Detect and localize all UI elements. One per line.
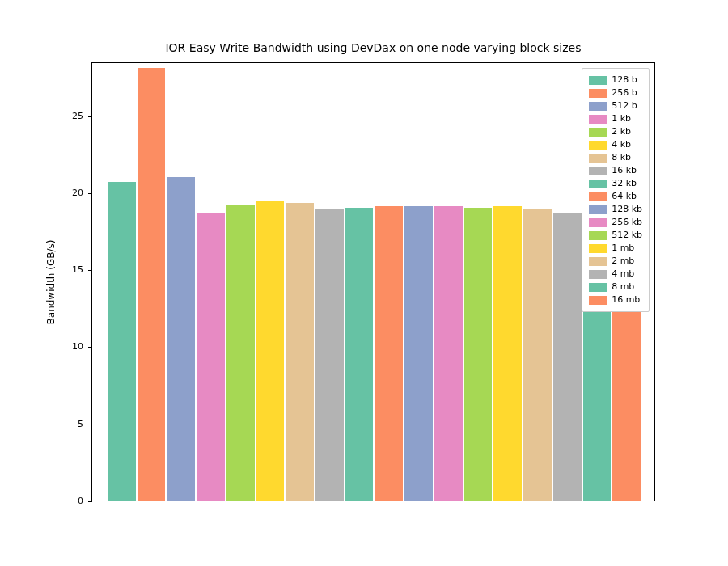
legend-label: 4 kb <box>612 138 631 151</box>
legend-label: 256 b <box>612 87 637 99</box>
bar <box>493 206 522 501</box>
bar <box>256 201 285 501</box>
legend-label: 512 b <box>612 99 637 112</box>
legend-label: 16 kb <box>612 164 637 177</box>
legend-swatch <box>589 128 607 137</box>
legend-swatch <box>589 283 607 292</box>
legend-entry: 2 mb <box>589 255 642 268</box>
legend-entry: 8 kb <box>589 151 642 164</box>
legend-swatch <box>589 76 607 85</box>
y-tick: 25 <box>83 116 91 117</box>
legend-label: 8 kb <box>612 151 631 164</box>
tick-mark <box>88 270 92 271</box>
legend-label: 4 mb <box>612 268 634 281</box>
bar <box>197 213 225 501</box>
y-tick-label: 15 <box>72 264 83 275</box>
legend-label: 1 mb <box>612 242 634 255</box>
bars-layer <box>92 61 656 501</box>
legend-swatch <box>589 102 607 111</box>
legend-entry: 128 b <box>589 74 642 87</box>
legend-swatch <box>589 141 607 150</box>
legend-entry: 256 b <box>589 87 642 99</box>
legend-swatch <box>589 231 607 240</box>
y-tick-label: 5 <box>78 419 83 429</box>
bar <box>464 208 493 501</box>
legend-swatch <box>589 205 607 214</box>
bar <box>553 213 582 501</box>
legend-label: 1 kb <box>612 112 631 125</box>
legend-label: 32 kb <box>612 177 637 190</box>
legend-swatch <box>589 115 607 124</box>
legend-label: 16 mb <box>612 294 640 306</box>
legend-entry: 512 kb <box>589 229 642 242</box>
legend-entry: 1 kb <box>589 112 642 125</box>
y-tick-label: 20 <box>72 188 83 198</box>
legend-swatch <box>589 270 607 279</box>
chart-title: IOR Easy Write Bandwidth using DevDax on… <box>91 41 655 54</box>
tick-mark <box>88 424 92 425</box>
legend-label: 2 mb <box>612 255 634 268</box>
bar <box>315 209 344 501</box>
bar <box>523 209 552 501</box>
tick-mark <box>88 501 92 502</box>
bar <box>108 182 136 501</box>
legend-entry: 256 kb <box>589 216 642 229</box>
y-tick-label: 25 <box>72 111 83 121</box>
y-tick: 15 <box>83 270 91 271</box>
legend-label: 512 kb <box>612 229 642 242</box>
legend-label: 8 mb <box>612 281 634 294</box>
y-tick: 0 <box>83 501 91 502</box>
chart-container: IOR Easy Write Bandwidth using DevDax on… <box>91 62 655 501</box>
legend-swatch <box>589 154 607 163</box>
legend-entry: 64 kb <box>589 190 642 203</box>
bar <box>138 68 166 501</box>
legend-swatch <box>589 257 607 266</box>
legend-swatch <box>589 89 607 98</box>
legend-entry: 8 mb <box>589 281 642 294</box>
tick-mark <box>88 116 92 117</box>
tick-mark <box>88 347 92 348</box>
y-axis-label: Bandwidth (GB/s) <box>45 239 57 324</box>
bar <box>167 177 195 501</box>
y-tick-label: 10 <box>72 341 83 352</box>
bar <box>286 203 314 501</box>
legend-entry: 128 kb <box>589 203 642 216</box>
legend-label: 128 kb <box>612 203 642 216</box>
bar <box>375 206 404 501</box>
legend-entry: 4 mb <box>589 268 642 281</box>
legend-entry: 16 mb <box>589 294 642 306</box>
legend: 128 b256 b512 b1 kb2 kb4 kb8 kb16 kb32 k… <box>582 68 650 312</box>
tick-mark <box>88 193 92 194</box>
plot-area: 128 b256 b512 b1 kb2 kb4 kb8 kb16 kb32 k… <box>91 62 655 501</box>
bar <box>226 205 255 501</box>
legend-swatch <box>589 296 607 305</box>
legend-swatch <box>589 167 607 175</box>
y-tick: 10 <box>83 347 91 348</box>
legend-entry: 2 kb <box>589 125 642 138</box>
y-tick-label: 0 <box>78 496 83 506</box>
y-tick: 5 <box>83 424 91 425</box>
legend-entry: 512 b <box>589 99 642 112</box>
y-axis-label-container: Bandwidth (GB/s) <box>43 62 59 501</box>
legend-entry: 32 kb <box>589 177 642 190</box>
legend-label: 256 kb <box>612 216 642 229</box>
legend-swatch <box>589 218 607 227</box>
legend-entry: 1 mb <box>589 242 642 255</box>
legend-label: 64 kb <box>612 190 637 203</box>
legend-swatch <box>589 180 607 188</box>
bar <box>404 206 433 501</box>
y-tick: 20 <box>83 193 91 194</box>
legend-label: 128 b <box>612 74 637 87</box>
bar <box>434 206 463 501</box>
legend-entry: 4 kb <box>589 138 642 151</box>
legend-swatch <box>589 244 607 253</box>
legend-swatch <box>589 192 607 201</box>
legend-entry: 16 kb <box>589 164 642 177</box>
bar <box>345 208 374 501</box>
legend-label: 2 kb <box>612 125 631 138</box>
